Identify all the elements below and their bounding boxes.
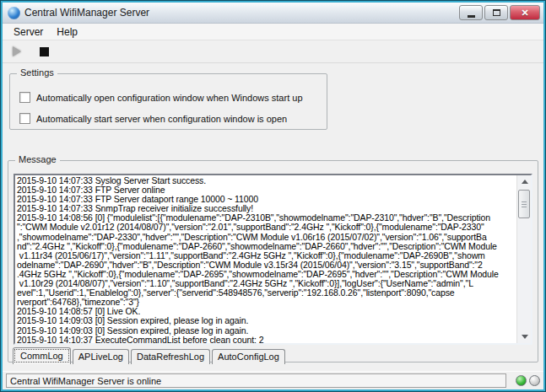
auto-start-checkbox[interactable]: [19, 113, 30, 124]
chevron-up-icon: [522, 180, 528, 184]
menu-bar: Server Help: [3, 24, 543, 40]
checkbox-row-auto-start[interactable]: Automatically start server when configur…: [19, 113, 287, 124]
settings-groupbox: Settings Automatically open configuratio…: [9, 73, 327, 130]
vertical-scrollbar[interactable]: [516, 175, 531, 343]
scroll-down-button[interactable]: [517, 330, 532, 343]
log-line: nd":"2.4GHz ","Kickoff":0},{"modulename"…: [17, 242, 515, 251]
auto-open-checkbox[interactable]: [19, 92, 30, 103]
maximize-button[interactable]: [484, 5, 508, 20]
status-bar: Central WifiManager Server is online: [3, 371, 543, 389]
auto-start-checkbox-label: Automatically start server when configur…: [36, 114, 287, 124]
log-line: ":"CWM Module v2.01r12 (2014/08/07)","ve…: [17, 223, 515, 232]
window-title: Central WifiManager Server: [24, 7, 149, 19]
message-group-title: Message: [15, 154, 60, 164]
stop-icon: [40, 47, 49, 56]
log-line: odelname":"DAP-2690","hdver":"B","Descri…: [17, 260, 515, 270]
tab-datarefreshlog[interactable]: DataRefreshLog: [131, 349, 210, 364]
menu-item-server[interactable]: Server: [8, 24, 49, 40]
message-groupbox: Message 2015-9-10 14:07:33 Syslog Server…: [8, 160, 538, 362]
scroll-up-button[interactable]: [517, 175, 532, 188]
auto-open-checkbox-label: Automatically open configuration window …: [36, 93, 303, 103]
tab-commlog[interactable]: CommLog: [13, 347, 71, 364]
toolbar: [3, 40, 543, 63]
log-line: .4GHz 5GHz ","Kickoff":0},{"modulename":…: [17, 270, 515, 279]
client-area: Settings Automatically open configuratio…: [3, 63, 543, 371]
scrollbar-thumb[interactable]: [518, 190, 530, 218]
status-text: Central WifiManager Server is online: [10, 376, 161, 386]
log-line: 2015-9-10 14:09:03 [0] Session expired, …: [17, 316, 515, 325]
close-button[interactable]: ✕: [510, 5, 540, 20]
tab-aplivelog[interactable]: APLiveLog: [73, 349, 129, 364]
app-window: Central WifiManager Server ✕ Server Help: [0, 0, 546, 392]
caption-buttons: ✕: [459, 5, 540, 20]
minimize-button[interactable]: [459, 5, 483, 20]
log-line: 2015-9-10 14:07:33 SnmpTrap receiver ini…: [17, 204, 515, 213]
stop-server-button[interactable]: [36, 44, 51, 59]
settings-group-title: Settings: [17, 67, 57, 78]
log-line: v1.10r29 (2014/08/07)","version":"1.10",…: [17, 279, 515, 288]
menu-item-help[interactable]: Help: [51, 24, 84, 40]
status-text-panel: Central WifiManager Server is online: [6, 373, 506, 388]
window-frame: Central WifiManager Server ✕ Server Help: [1, 1, 545, 391]
offline-led-icon: [529, 375, 540, 386]
tab-autoconfiglog[interactable]: AutoConfigLog: [212, 349, 285, 364]
log-tabs: CommLog APLiveLog DataRefreshLog AutoCon…: [13, 347, 287, 364]
log-line: 2015-9-10 14:08:56 [0] {"modulelist":[{"…: [17, 213, 515, 223]
log-line: 2015-9-10 14:10:37 ExecuteCommandList be…: [17, 336, 515, 345]
log-line: evel":1,"Userid":1,"Enablelog":0},"serve…: [17, 288, 515, 298]
log-textarea[interactable]: 2015-9-10 14:07:33 Syslog Server Start s…: [14, 174, 532, 345]
play-icon: [13, 46, 21, 56]
log-lines: 2015-9-10 14:07:33 Syslog Server Start s…: [17, 176, 515, 343]
log-line: 2015-9-10 14:07:33 FTP Server online: [17, 185, 515, 195]
log-line: 2015-9-10 14:09:03 [0] Session expired, …: [17, 326, 515, 336]
globe-icon: [8, 7, 20, 19]
log-line: v1.11r34 (2015/06/17)","version":"1.11",…: [17, 251, 515, 260]
close-icon: ✕: [521, 8, 528, 19]
log-line: ,"showmodelname":"DAP-2330","hdver":"","…: [17, 233, 515, 242]
log-line: 2015-9-10 14:07:33 Syslog Server Start s…: [17, 176, 515, 185]
checkbox-row-auto-open[interactable]: Automatically open configuration window …: [19, 92, 303, 103]
title-bar[interactable]: Central WifiManager Server ✕: [3, 3, 543, 24]
minimize-icon: [468, 15, 475, 18]
start-server-button[interactable]: [9, 44, 24, 59]
chevron-down-icon: [522, 335, 528, 339]
online-led-icon: [516, 375, 527, 386]
log-line: 2015-9-10 14:07:33 FTP Server dataport r…: [17, 195, 515, 204]
log-line: rverport":64768},"timezone":"3"}: [17, 298, 515, 307]
maximize-icon: [493, 9, 500, 16]
log-line: 2015-9-10 14:08:57 [0] Live OK.: [17, 307, 515, 316]
